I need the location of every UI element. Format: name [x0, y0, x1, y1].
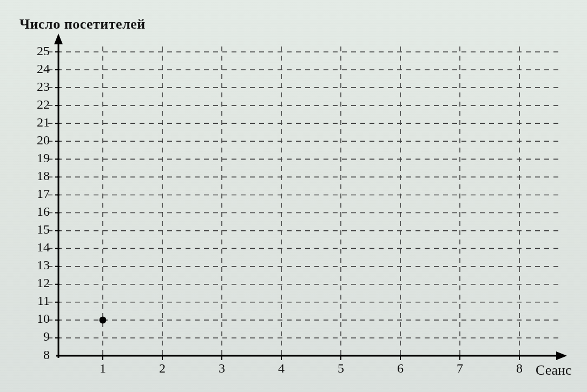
y-tick-label: 9: [43, 329, 50, 343]
x-tick-label: 6: [397, 361, 404, 375]
y-tick-label: 24: [37, 62, 50, 76]
y-tick-label: 16: [37, 204, 50, 218]
y-tick-label: 15: [37, 222, 50, 236]
chart-container: Число посетителей 8910111213141516171819…: [0, 0, 587, 392]
y-tick-label: 19: [37, 151, 50, 165]
y-tick-label: 25: [37, 44, 50, 58]
x-tick-labels: 12345678: [100, 361, 523, 375]
y-tick-label: 20: [37, 133, 50, 147]
y-tick-label: 11: [37, 294, 50, 308]
y-tick-label: 18: [37, 169, 50, 183]
y-tick-label: 8: [43, 348, 50, 362]
chart-svg: 8910111213141516171819202122232425123456…: [0, 0, 587, 392]
y-tick-label: 13: [37, 258, 50, 272]
y-tick-labels: 8910111213141516171819202122232425: [37, 44, 50, 362]
x-tick-label: 1: [100, 361, 106, 375]
y-tick-label: 10: [37, 311, 50, 325]
y-tick-label: 12: [37, 276, 50, 290]
x-axis-arrow: [556, 351, 567, 360]
x-tick-label: 7: [457, 361, 463, 375]
y-tick-label: 17: [37, 187, 50, 201]
y-tick-label: 23: [37, 79, 50, 94]
y-axis-arrow: [54, 34, 63, 44]
x-tick-label: 8: [516, 361, 523, 375]
x-axis-label: Сеанс: [536, 362, 572, 378]
x-tick-label: 3: [219, 361, 225, 375]
y-tick-label: 22: [37, 97, 50, 111]
data-point: [100, 316, 107, 323]
x-tick-label: 5: [338, 361, 344, 375]
x-tick-label: 2: [159, 361, 166, 375]
y-tick-label: 14: [37, 240, 50, 254]
x-tick-label: 4: [278, 361, 285, 375]
y-tick-label: 21: [37, 115, 50, 129]
